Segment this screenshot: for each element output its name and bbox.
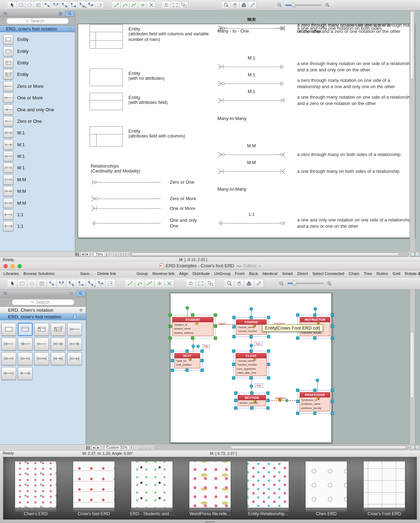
toolbar-button[interactable]: [16, 1, 25, 9]
diagram-entity[interactable]: PROFESSOR *professor_id professor_name p…: [300, 392, 330, 411]
page-view-button[interactable]: [114, 252, 118, 256]
shape-button[interactable]: [18, 367, 33, 380]
shape-button[interactable]: [67, 352, 82, 365]
command-button[interactable]: Align: [179, 271, 188, 276]
split-view-icon[interactable]: [411, 252, 415, 256]
list-item[interactable]: Entity: [0, 69, 75, 80]
entity-figure[interactable]: Entity (attributes field with columns): [90, 126, 218, 147]
command-button[interactable]: Back: [249, 271, 258, 276]
selection-handle[interactable]: [232, 325, 236, 328]
toolbar-button[interactable]: [51, 1, 60, 9]
relationship-label[interactable]: takes: [219, 322, 226, 325]
diagram-entity[interactable]: STUDENT *student_id student_name student…: [172, 317, 214, 336]
list-item[interactable]: Zero or One: [0, 115, 75, 127]
relationship-label[interactable]: has: [254, 342, 262, 346]
shape-button[interactable]: [3, 69, 13, 79]
chevron-down-icon[interactable]: ▾: [259, 264, 261, 268]
page-view-button[interactable]: [119, 252, 123, 256]
dock-resize-handle[interactable]: [205, 521, 215, 522]
example-thumbnail[interactable]: Crow's Foot ERD: [355, 457, 413, 520]
relationship-label[interactable]: has: [255, 383, 263, 388]
shape-button[interactable]: [67, 338, 82, 351]
toolbar-button[interactable]: [135, 279, 145, 288]
selection-handle[interactable]: [313, 389, 316, 392]
selection-handle[interactable]: [267, 349, 270, 353]
entity-figure[interactable]: Entity (attributes field with columns an…: [90, 24, 218, 49]
list-item[interactable]: M:M: [0, 174, 75, 185]
selection-handle[interactable]: [266, 391, 270, 395]
selection-handle[interactable]: [313, 337, 316, 340]
toolbar-button[interactable]: [196, 279, 206, 288]
title-bar[interactable]: ERD Examples - Crow's foot ERD — Edited …: [0, 262, 420, 270]
entity-shape[interactable]: [90, 24, 123, 49]
shape-button[interactable]: [18, 323, 33, 336]
toolbar-button[interactable]: [37, 279, 47, 288]
page-view-button[interactable]: [138, 445, 143, 450]
shape-button[interactable]: [34, 323, 49, 336]
selection-handle[interactable]: [331, 313, 334, 317]
command-button[interactable]: Tree: [364, 271, 372, 276]
zoom-slider[interactable]: [285, 5, 322, 6]
page-prev-button[interactable]: ◀: [91, 445, 96, 450]
list-item[interactable]: M:1: [0, 139, 75, 150]
selection-handle[interactable]: [201, 359, 204, 362]
toolbar-button[interactable]: [164, 279, 174, 288]
diagram-entity[interactable]: SEAT *seat_no seat_position: [174, 353, 200, 368]
example-thumbnail[interactable]: Entity-Relationship...: [239, 457, 297, 520]
page-view-button[interactable]: [143, 445, 148, 450]
shape-button[interactable]: [3, 151, 13, 161]
list-item[interactable]: Zero or More: [0, 80, 75, 92]
search-input[interactable]: [6, 18, 69, 24]
horizontal-scrollbar[interactable]: [130, 252, 409, 256]
selection-handle[interactable]: [296, 389, 299, 392]
entity-figure[interactable]: Entity (with attributes field): [90, 93, 218, 110]
relationship-label[interactable]: fills: [203, 344, 210, 348]
selection-handle[interactable]: [313, 313, 316, 317]
toolbar-button[interactable]: [145, 279, 155, 288]
zoom-level[interactable]: 75%: [93, 252, 105, 256]
shape-button[interactable]: [34, 352, 49, 365]
selection-handle[interactable]: [250, 391, 253, 395]
shape-button[interactable]: [1, 352, 16, 365]
list-item[interactable]: 1:1: [0, 209, 75, 220]
shape-button[interactable]: [3, 81, 13, 91]
toolbar-button[interactable]: [186, 279, 196, 288]
selection-handle[interactable]: [267, 363, 270, 366]
selection-handle[interactable]: [331, 337, 334, 340]
entity-shape[interactable]: [90, 69, 123, 86]
toolbar-button[interactable]: [25, 1, 34, 9]
notation-row[interactable]: M:M a one through many on both sides of …: [217, 167, 414, 176]
selection-handle[interactable]: [266, 407, 270, 410]
toolbar-button[interactable]: [162, 1, 171, 9]
tree-view-button[interactable]: [1, 11, 10, 16]
command-button[interactable]: Direct: [298, 271, 308, 276]
shape-button[interactable]: [3, 175, 13, 185]
selection-handle[interactable]: [331, 400, 334, 403]
selection-handle[interactable]: [296, 400, 299, 403]
shape-button[interactable]: [3, 221, 13, 231]
thumbnail-preview[interactable]: [247, 461, 289, 508]
legend-row[interactable]: One and only One: [91, 219, 206, 227]
toolbar-button[interactable]: [47, 279, 57, 288]
selection-handle[interactable]: [267, 376, 270, 380]
shape-button[interactable]: [3, 128, 13, 138]
selection-handle[interactable]: [169, 313, 172, 317]
document-page[interactable]: Entity (with no attributes) Entity (with…: [78, 24, 415, 238]
zoom-out-icon[interactable]: [279, 281, 285, 287]
shape-button[interactable]: [1, 367, 16, 380]
list-item[interactable]: M:1: [0, 127, 75, 139]
notation-row[interactable]: M:M a zero through many on both sides of…: [217, 150, 414, 159]
list-item[interactable]: M:1: [0, 162, 75, 174]
shape-button[interactable]: [34, 338, 49, 351]
list-item[interactable]: M:M: [0, 197, 75, 209]
selection-handle[interactable]: [234, 407, 237, 410]
scrollbar-thumb[interactable]: [410, 11, 414, 79]
selection-handle[interactable]: [214, 325, 217, 328]
selection-handle[interactable]: [171, 369, 174, 372]
command-button[interactable]: Rulers: [377, 271, 388, 276]
toolbar-button[interactable]: [239, 1, 248, 9]
example-thumbnail[interactable]: WordPress file-refe...: [181, 457, 239, 520]
scrollbar-thumb[interactable]: [410, 332, 414, 398]
selection-handle[interactable]: [186, 349, 189, 353]
horizontal-scrollbar[interactable]: [154, 445, 409, 450]
